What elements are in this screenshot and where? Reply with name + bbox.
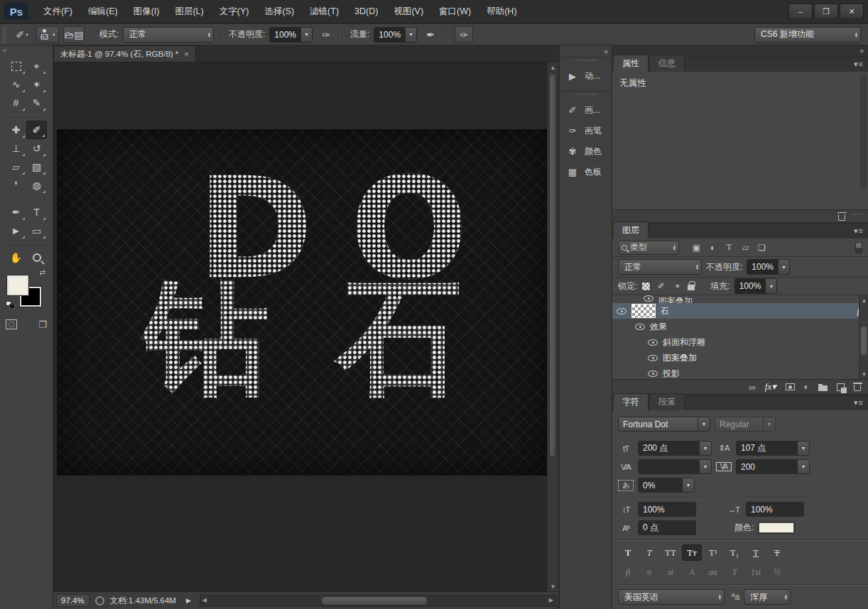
brush-presets-panel-button[interactable]: ✐ 画...: [560, 100, 612, 121]
strikethrough-button[interactable]: T: [767, 544, 787, 561]
layers-scroll-thumb[interactable]: [861, 327, 867, 355]
menu-layer[interactable]: 图层(L): [167, 0, 211, 23]
opacity-field[interactable]: 100%▾: [269, 27, 313, 43]
tools-collapse-button[interactable]: «: [0, 45, 53, 57]
rectangular-marquee-tool[interactable]: [6, 57, 26, 75]
dock-grip[interactable]: [575, 94, 597, 99]
visibility-eye-icon[interactable]: [617, 308, 626, 314]
dock-collapse-button[interactable]: «: [560, 45, 612, 57]
tab-layers[interactable]: 图层: [613, 221, 649, 238]
filter-shape-layers-icon[interactable]: ▱: [739, 243, 752, 253]
visibility-eye-icon[interactable]: [635, 324, 645, 330]
history-brush-tool[interactable]: ↺: [26, 139, 47, 158]
layer-blend-mode-select[interactable]: 正常▴▾: [618, 259, 702, 275]
menu-help[interactable]: 帮助(H): [479, 0, 524, 23]
effect-row-pattern-overlay[interactable]: 图案叠加: [612, 350, 868, 366]
lock-position-icon[interactable]: ⌖: [671, 281, 683, 291]
screen-mode-button[interactable]: ❐: [38, 319, 47, 330]
titling-alternates-button[interactable]: T: [725, 565, 744, 580]
effects-header-row[interactable]: 效果: [612, 319, 868, 334]
shape-tool[interactable]: ▭: [26, 221, 47, 240]
status-popup-arrow[interactable]: ▶: [183, 597, 194, 604]
eyedropper-tool[interactable]: ✎: [26, 94, 47, 112]
scroll-down-arrow[interactable]: ▼: [548, 581, 558, 591]
quick-mask-button[interactable]: [6, 319, 17, 329]
scroll-down-arrow[interactable]: ▼: [859, 369, 868, 379]
close-button[interactable]: ✕: [840, 4, 864, 19]
effect-row-bevel[interactable]: 斜面和浮雕: [612, 334, 868, 350]
filter-smart-objects-icon[interactable]: ❏: [756, 243, 768, 253]
new-adjustment-layer-icon[interactable]: ◐: [804, 382, 809, 392]
eraser-tool[interactable]: ▱: [6, 158, 26, 176]
tracking-field[interactable]: 200▾: [736, 459, 810, 474]
horizontal-scrollbar[interactable]: ◀ ▶: [200, 595, 556, 607]
layer-row-selected[interactable]: 石 fx: [612, 303, 868, 319]
lasso-tool[interactable]: ∿: [6, 75, 26, 94]
delete-icon[interactable]: [838, 214, 845, 221]
clone-stamp-tool[interactable]: ⊥: [6, 139, 26, 158]
path-selection-tool[interactable]: ►: [6, 221, 26, 240]
actions-panel-button[interactable]: ▶ 动...: [560, 66, 612, 87]
menu-image[interactable]: 图像(I): [126, 0, 168, 23]
faux-italic-button[interactable]: T: [639, 544, 659, 561]
kerning-field[interactable]: ▾: [638, 459, 712, 474]
restore-button[interactable]: ❐: [814, 4, 838, 19]
tab-paragraph[interactable]: 段落: [649, 393, 685, 410]
horizontal-scroll-thumb[interactable]: [321, 596, 428, 605]
dock-grip[interactable]: [575, 60, 597, 65]
ordinals-button[interactable]: 1st: [746, 565, 766, 580]
scroll-left-arrow[interactable]: ◀: [202, 597, 207, 603]
menu-file[interactable]: 文件(F): [36, 0, 80, 23]
zoom-level-field[interactable]: 97.4%: [56, 594, 89, 607]
size-pressure-icon[interactable]: ✑: [455, 26, 473, 43]
menu-edit[interactable]: 编辑(E): [80, 0, 126, 23]
vertical-scroll-thumb[interactable]: [549, 74, 556, 457]
spot-healing-brush-tool[interactable]: ✚: [6, 121, 26, 139]
blend-mode-select[interactable]: 正常▴▾: [123, 27, 214, 43]
add-layer-style-icon[interactable]: fx▾: [765, 381, 776, 393]
fractions-button[interactable]: ½: [767, 565, 787, 580]
menu-view[interactable]: 视图(V): [386, 0, 431, 23]
brush-panel-button[interactable]: ✑ 画笔: [560, 121, 612, 141]
vertical-scale-field[interactable]: 100%: [638, 502, 696, 517]
document-tab[interactable]: 未标题-1 @ 97.4% (石, RGB/8) * ×: [53, 45, 196, 62]
lock-all-icon[interactable]: [688, 285, 695, 290]
close-tab-icon[interactable]: ×: [184, 50, 188, 58]
new-group-icon[interactable]: [818, 385, 828, 391]
gradient-tool[interactable]: ▧: [26, 158, 47, 176]
filter-pixel-layers-icon[interactable]: ▣: [690, 243, 702, 253]
anti-alias-select[interactable]: 浑厚▴▾: [744, 589, 791, 605]
stylistic-alternates-button[interactable]: aa: [703, 565, 723, 580]
visibility-eye-icon[interactable]: [644, 295, 653, 302]
layer-thumbnail[interactable]: [631, 304, 656, 318]
filter-adjustment-layers-icon[interactable]: ◐: [707, 243, 719, 253]
foreground-color-swatch[interactable]: [7, 275, 28, 295]
lock-pixels-icon[interactable]: ✐: [655, 281, 667, 291]
type-tool[interactable]: T: [26, 203, 47, 221]
scroll-right-arrow[interactable]: ▶: [549, 597, 553, 603]
all-caps-button[interactable]: TT: [661, 544, 680, 561]
workspace-select[interactable]: CS6 新增功能▴▾: [754, 27, 861, 43]
contextual-alternates-button[interactable]: o: [639, 565, 659, 580]
blur-tool[interactable]: ❜: [6, 176, 26, 194]
layers-panel-menu-icon[interactable]: ▾≡: [854, 226, 864, 236]
menu-3d[interactable]: 3D(D): [347, 0, 386, 23]
leading-field[interactable]: 107 点▾: [736, 441, 810, 456]
link-layers-icon[interactable]: ∞: [749, 382, 756, 393]
small-caps-button[interactable]: Tᴛ: [682, 544, 702, 561]
flow-field[interactable]: 100%▾: [374, 27, 417, 43]
menu-window[interactable]: 窗口(W): [431, 0, 479, 23]
tool-preset-picker[interactable]: ✐▾: [13, 26, 32, 43]
language-select[interactable]: 美国英语▴▾: [618, 589, 725, 605]
swash-button[interactable]: A: [682, 565, 702, 580]
filter-type-layers-icon[interactable]: T: [723, 242, 735, 253]
layer-effect-row-clipped[interactable]: 图案叠加: [612, 295, 868, 303]
menu-type[interactable]: 文字(Y): [212, 0, 257, 23]
menu-filter[interactable]: 滤镜(T): [302, 0, 347, 23]
vertical-scrollbar[interactable]: ▲ ▼: [547, 62, 558, 591]
layer-name[interactable]: 石: [661, 305, 669, 317]
crop-tool[interactable]: #: [6, 94, 26, 112]
subscript-button[interactable]: T₁: [725, 544, 744, 561]
toggle-brush-panel-button[interactable]: 🗁︎▤: [63, 26, 84, 43]
quick-selection-tool[interactable]: ✶: [26, 75, 47, 94]
